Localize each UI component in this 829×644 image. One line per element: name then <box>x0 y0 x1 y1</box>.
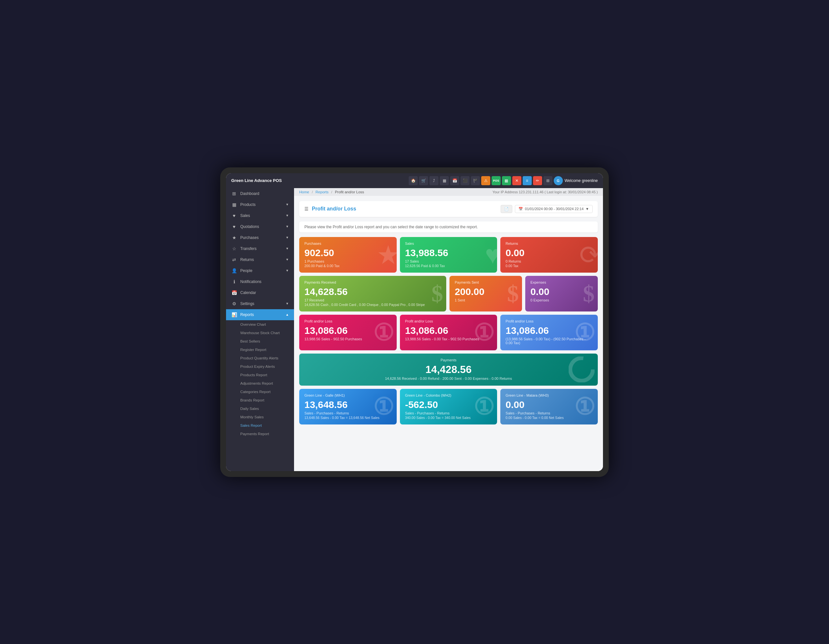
page-header: ☰ Profit and/or Loss 📄 📅 01/01/2024 00:0… <box>299 201 598 217</box>
card-pf-value: 14,428.56 <box>304 364 593 375</box>
sidebar-sub-product-qty[interactable]: Product Quantity Alerts <box>226 354 294 362</box>
flag-icon-btn[interactable]: 🏴 <box>471 176 480 185</box>
sidebar-sub-register[interactable]: Register Report <box>226 345 294 354</box>
card-exp-value: 0.00 <box>530 286 593 297</box>
sidebar-sub-overview-chart[interactable]: Overview Chart <box>226 320 294 329</box>
card-wh2-value: -562.50 <box>405 399 492 410</box>
sidebar-label-dashboard: Dashboard <box>240 191 259 196</box>
card-returns-label: Returns <box>506 241 593 246</box>
sidebar-item-reports[interactable]: 📊 Reports ▲ <box>226 309 294 320</box>
sidebar-item-quotations[interactable]: ♥ Quotations ▼ <box>226 221 294 232</box>
sidebar-sub-product-expiry[interactable]: Product Expiry Alerts <box>226 362 294 371</box>
home-icon-btn[interactable]: 🏠 <box>409 176 418 185</box>
card-returns: Returns 0.00 0 Returns 0.00 Tax ⟳ <box>500 237 598 272</box>
card-profit-loss-1: Profit and/or Loss 13,086.06 13,988.56 S… <box>299 315 397 350</box>
sidebar-item-settings[interactable]: ⚙ Settings ▼ <box>226 298 294 309</box>
breadcrumb-reports[interactable]: Reports <box>315 190 328 194</box>
content-area: Home / Reports / Profit and/or Loss Your… <box>294 188 603 471</box>
sidebar-sub-adjustments[interactable]: Adjustments Report <box>226 379 294 387</box>
sidebar-label-settings: Settings <box>240 301 254 306</box>
card-wh2: Green Line - Colombo (WH2) -562.50 Sales… <box>400 389 497 425</box>
sidebar-label-notifications: Notifications <box>240 279 261 284</box>
sidebar-item-calendar[interactable]: 📅 Calendar <box>226 287 294 298</box>
page-content: ☰ Profit and/or Loss 📄 📅 01/01/2024 00:0… <box>294 196 603 471</box>
sidebar-label-reports: Reports <box>240 312 254 317</box>
reports-icon: 📊 <box>231 312 237 317</box>
sidebar-sub-daily-sales[interactable]: Daily Sales <box>226 405 294 413</box>
sidebar: ⊞ Dashboard ▦ Products ▼ ♥ Sales ▼ ♥ Quo… <box>226 188 294 471</box>
app-title: Green Line Advance POS <box>231 178 282 183</box>
breadcrumb-home[interactable]: Home <box>299 190 309 194</box>
card-sales-sub2: 12,628.56 Paid & 0.00 Tax <box>405 264 492 268</box>
card-ps-value: 200.00 <box>455 286 517 297</box>
export-button[interactable]: 📄 <box>501 205 512 213</box>
card-expenses: Expenses 0.00 0 Expenses $ <box>525 276 598 312</box>
cards-row-1: Purchases 902.50 1 Purchases 200.00 Paid… <box>299 237 598 272</box>
edit-icon-btn[interactable]: ✏ <box>533 176 542 185</box>
card-payments-full: Payments 14,428.56 14,628.56 Received - … <box>299 354 598 386</box>
sidebar-item-transfers[interactable]: ☆ Transfers ▼ <box>226 243 294 254</box>
people-icon: 👤 <box>231 268 237 273</box>
card-pr-sub1: 17 Received <box>304 298 441 302</box>
sidebar-label-quotations: Quotations <box>240 224 259 229</box>
people-arrow: ▼ <box>285 269 289 272</box>
card-pl3-value: 13,086.06 <box>506 325 593 336</box>
user-label: Welcome greenline <box>565 178 598 183</box>
sidebar-item-dashboard[interactable]: ⊞ Dashboard <box>226 188 294 199</box>
card-wh3: Green Line - Matara (WH3) 0.00 Sales - P… <box>500 389 598 425</box>
sidebar-label-people: People <box>240 268 252 273</box>
card-profit-loss-2: Profit and/or Loss 13,086.06 13,988.56 S… <box>400 315 497 350</box>
sidebar-sub-products-report[interactable]: Products Report <box>226 371 294 379</box>
date-range-selector[interactable]: 📅 01/01/2024 00:00 - 30/01/2024 22:14 ▼ <box>515 205 593 213</box>
sidebar-sub-categories[interactable]: Categories Report <box>226 387 294 396</box>
sidebar-sub-sales-report[interactable]: Sales Report <box>226 421 294 430</box>
card-profit-loss-3: Profit and/or Loss 13,086.06 (13,988.56 … <box>500 315 598 350</box>
pos-btn[interactable]: POS <box>492 176 500 185</box>
cards-row-3: Profit and/or Loss 13,086.06 13,988.56 S… <box>299 315 598 350</box>
card-pl3-sub1: (13,988.56 Sales - 0.00 Tax) - (902.50 P… <box>506 337 593 345</box>
dropdown-arrow: ▼ <box>585 207 589 211</box>
sidebar-item-purchases[interactable]: ★ Purchases ▼ <box>226 232 294 243</box>
sidebar-item-products[interactable]: ▦ Products ▼ <box>226 199 294 210</box>
card-payments-received: Payments Received 14,628.56 17 Received … <box>299 276 446 312</box>
sidebar-item-people[interactable]: 👤 People ▼ <box>226 265 294 276</box>
terminal-icon-btn[interactable]: ⬛ <box>460 176 470 185</box>
alert-icon-btn[interactable]: ⚠ <box>481 176 490 185</box>
card-returns-value: 0.00 <box>506 247 593 258</box>
page-title-section: ☰ Profit and/or Loss <box>304 206 356 212</box>
ip-info: Your IP Address 123.231.111.46 ( Last lo… <box>493 190 598 194</box>
card-returns-sub1: 0 Returns <box>506 259 593 263</box>
transfers-icon: ☆ <box>231 246 237 251</box>
products-icon: ▦ <box>231 202 237 207</box>
card-pl2-value: 13,086.06 <box>405 325 492 336</box>
card-sales-value: 13,988.56 <box>405 247 492 258</box>
cart-icon-btn[interactable]: 🛒 <box>419 176 428 185</box>
settings-arrow: ▼ <box>285 302 289 305</box>
sidebar-item-returns[interactable]: ⇄ Returns ▼ <box>226 254 294 265</box>
settings-icon: ⚙ <box>231 301 237 306</box>
sidebar-item-notifications[interactable]: ℹ Notifications <box>226 276 294 287</box>
grid2-icon-btn[interactable]: ⊞ <box>544 176 552 185</box>
sidebar-label-transfers: Transfers <box>240 246 257 251</box>
card-wh1-value: 13,648.56 <box>304 399 391 410</box>
card-returns-sub2: 0.00 Tax <box>506 264 593 268</box>
sidebar-sub-brands[interactable]: Brands Report <box>226 396 294 405</box>
sidebar-sub-monthly-sales[interactable]: Monthly Sales <box>226 413 294 421</box>
share-icon-btn[interactable]: ⤴ <box>429 176 438 185</box>
card-wh1-label: Green Line - Galle (WH1) <box>304 394 391 397</box>
sidebar-sub-best-sellers[interactable]: Best Sellers <box>226 337 294 345</box>
calendar-icon: 📅 <box>231 290 237 295</box>
grid-icon-btn[interactable]: ▦ <box>502 176 511 185</box>
sidebar-sub-warehouse-stock[interactable]: Warehouse Stock Chart <box>226 329 294 337</box>
user-avatar: G <box>554 176 563 185</box>
layout-icon-btn[interactable]: ▦ <box>440 176 449 185</box>
sidebar-item-sales[interactable]: ♥ Sales ▼ <box>226 210 294 221</box>
lines-icon-btn[interactable]: ≡ <box>523 176 532 185</box>
calendar-icon-btn[interactable]: 📅 <box>450 176 459 185</box>
card-wh3-sub2: 0.00 Sales - 0.00 Tax = 0.00 Net Sales <box>506 416 593 420</box>
x-icon-btn[interactable]: ✕ <box>512 176 522 185</box>
tablet-screen: Green Line Advance POS 🏠 🛒 ⤴ ▦ 📅 ⬛ 🏴 ⚠ P… <box>226 173 603 471</box>
card-pr-sub2: 14,628.56 Cash , 0.00 Credit Card , 0.00… <box>304 303 441 307</box>
calendar-icon-small: 📅 <box>519 207 523 211</box>
sidebar-sub-payments-report[interactable]: Payments Report <box>226 430 294 438</box>
